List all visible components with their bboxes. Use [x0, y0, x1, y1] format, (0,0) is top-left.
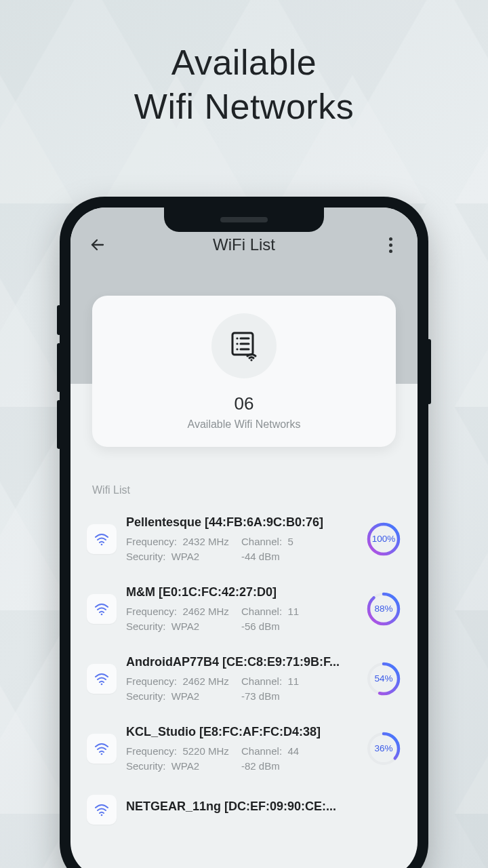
volume-button	[57, 305, 61, 335]
wifi-icon	[94, 741, 110, 757]
svg-point-6	[236, 348, 238, 350]
promo-title-line1: Available	[0, 41, 488, 85]
wifi-name: NETGEAR_11ng [DC:EF:09:90:CE:...	[126, 800, 401, 814]
wifi-meta: Frequency: 2462 MHz Channel: 11 Security…	[126, 606, 357, 632]
frequency-cell: Frequency: 5220 MHz	[126, 745, 241, 757]
svg-point-9	[101, 543, 103, 545]
volume-button	[57, 343, 61, 392]
signal-ring: 36%	[366, 731, 401, 766]
power-button	[427, 339, 431, 404]
svg-point-18	[101, 753, 103, 755]
signal-ring: 54%	[366, 661, 401, 696]
frequency-cell: Frequency: 2462 MHz	[126, 675, 241, 687]
promo-title: Available Wifi Networks	[0, 0, 488, 129]
wifi-icon-box	[87, 594, 117, 624]
wifi-item[interactable]: KCL_Studio [E8:FC:AF:FC:D4:38] Frequency…	[84, 715, 404, 785]
wifi-item[interactable]: AndroidAP77B4 [CE:C8:E9:71:9B:F... Frequ…	[84, 646, 404, 715]
wifi-name: KCL_Studio [E8:FC:AF:FC:D4:38]	[126, 725, 357, 739]
frequency-cell: Frequency: 2462 MHz	[126, 606, 241, 617]
channel-cell: Channel: 11	[241, 675, 357, 687]
dbm-cell: -82 dBm	[241, 760, 357, 772]
wifi-icon	[94, 671, 110, 687]
wifi-item[interactable]: NETGEAR_11ng [DC:EF:09:90:CE:...	[84, 785, 404, 838]
back-button[interactable]	[85, 233, 110, 257]
wifi-icon-box	[87, 664, 117, 694]
wifi-name: Pellentesque [44:FB:6A:9C:B0:76]	[126, 515, 357, 530]
dbm-cell: -44 dBm	[241, 551, 357, 562]
wifi-item[interactable]: M&M [E0:1C:FC:42:27:D0] Frequency: 2462 …	[84, 576, 404, 646]
wifi-meta: Frequency: 2462 MHz Channel: 11 Security…	[126, 675, 357, 702]
channel-cell: Channel: 11	[241, 606, 357, 617]
wifi-icon-box	[87, 524, 117, 554]
wifi-meta: Frequency: 2432 MHz Channel: 5 Security:…	[126, 536, 357, 562]
wifi-icon-box	[87, 795, 117, 825]
wifi-list[interactable]: Pellentesque [44:FB:6A:9C:B0:76] Frequen…	[84, 506, 404, 868]
volume-button	[57, 400, 61, 449]
svg-point-8	[250, 359, 252, 361]
wifi-list-document-icon	[227, 329, 261, 363]
wifi-meta: Frequency: 5220 MHz Channel: 44 Security…	[126, 745, 357, 772]
summary-icon-wrap	[211, 313, 277, 378]
signal-percent: 36%	[366, 731, 401, 766]
summary-label: Available Wifi Networks	[106, 418, 382, 431]
app-title: WiFi List	[110, 235, 378, 254]
overflow-menu-button[interactable]	[378, 233, 403, 257]
channel-cell: Channel: 44	[241, 745, 357, 757]
svg-point-21	[101, 814, 103, 816]
dbm-cell: -56 dBm	[241, 620, 357, 632]
security-cell: Security: WPA2	[126, 760, 241, 772]
channel-cell: Channel: 5	[241, 536, 357, 547]
signal-percent: 100%	[366, 521, 401, 557]
svg-point-12	[101, 613, 103, 615]
phone-notch	[164, 208, 324, 232]
wifi-body: Pellentesque [44:FB:6A:9C:B0:76] Frequen…	[126, 515, 357, 562]
wifi-body: AndroidAP77B4 [CE:C8:E9:71:9B:F... Frequ…	[126, 655, 357, 702]
security-cell: Security: WPA2	[126, 620, 241, 632]
wifi-icon	[94, 601, 110, 617]
svg-point-15	[101, 683, 103, 685]
phone-screen: WiFi List	[70, 208, 418, 868]
wifi-item[interactable]: Pellentesque [44:FB:6A:9C:B0:76] Frequen…	[84, 506, 404, 576]
wifi-body: NETGEAR_11ng [DC:EF:09:90:CE:...	[126, 800, 401, 820]
svg-point-4	[236, 342, 238, 344]
summary-card: 06 Available Wifi Networks	[92, 296, 396, 447]
back-arrow-icon	[89, 237, 106, 253]
phone-frame: WiFi List	[60, 197, 428, 868]
wifi-name: AndroidAP77B4 [CE:C8:E9:71:9B:F...	[126, 655, 357, 669]
signal-ring: 100%	[366, 521, 401, 557]
frequency-cell: Frequency: 2432 MHz	[126, 536, 241, 547]
security-cell: Security: WPA2	[126, 690, 241, 702]
wifi-name: M&M [E0:1C:FC:42:27:D0]	[126, 585, 357, 599]
wifi-icon	[94, 531, 110, 547]
signal-percent: 88%	[366, 591, 401, 627]
dbm-cell: -73 dBm	[241, 690, 357, 702]
summary-count: 06	[106, 393, 382, 414]
wifi-icon	[94, 802, 110, 818]
wifi-body: M&M [E0:1C:FC:42:27:D0] Frequency: 2462 …	[126, 585, 357, 632]
svg-point-2	[236, 337, 238, 339]
wifi-body: KCL_Studio [E8:FC:AF:FC:D4:38] Frequency…	[126, 725, 357, 772]
signal-ring: 88%	[366, 591, 401, 627]
list-heading: Wifi List	[92, 484, 130, 496]
security-cell: Security: WPA2	[126, 551, 241, 562]
wifi-icon-box	[87, 734, 117, 764]
signal-percent: 54%	[366, 661, 401, 696]
more-vertical-icon	[389, 237, 392, 253]
promo-title-line2: Wifi Networks	[0, 85, 488, 129]
